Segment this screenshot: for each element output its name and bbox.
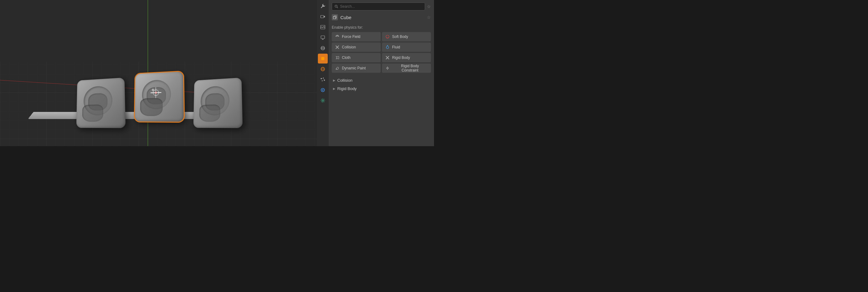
rigid-body-constraint-label: Rigid Body Constraint xyxy=(392,64,428,72)
fluid-label: Fluid xyxy=(392,45,400,49)
svg-rect-7 xyxy=(321,36,324,38)
svg-rect-13 xyxy=(321,57,324,60)
sidebar-icon-particles[interactable] xyxy=(318,85,328,95)
cube-left-mesh xyxy=(76,78,125,128)
sidebar-icon-output[interactable] xyxy=(318,33,328,42)
svg-rect-28 xyxy=(333,17,336,19)
cubes-area xyxy=(6,78,311,128)
svg-point-20 xyxy=(322,81,323,81)
svg-point-25 xyxy=(322,100,324,101)
cube-left xyxy=(75,78,125,128)
dynamic-paint-icon xyxy=(335,66,340,70)
soft-body-button[interactable]: Soft Body xyxy=(382,32,431,41)
rigid-body-section-label: Rigid Body xyxy=(337,86,357,91)
soft-body-label: Soft Body xyxy=(392,34,408,39)
collision-section-label: Collision xyxy=(337,78,352,83)
collision-label: Collision xyxy=(342,45,356,49)
svg-point-26 xyxy=(335,5,337,7)
object-pin-icon[interactable]: ☆ xyxy=(427,15,431,20)
panel-header: Search... ☆ xyxy=(332,2,431,10)
object-type-icon xyxy=(332,14,338,20)
svg-rect-5 xyxy=(321,16,324,18)
svg-point-24 xyxy=(322,89,323,91)
collision-section: ▶ Collision xyxy=(332,77,431,84)
right-panel: Search... ☆ Cube ☆ Enable physics for: xyxy=(317,0,434,146)
dynamic-paint-label: Dynamic Paint xyxy=(342,66,366,70)
sidebar-icons xyxy=(317,0,329,146)
sidebar-icon-viewlayer[interactable] xyxy=(318,43,328,53)
rigid-body-button[interactable]: Rigid Body xyxy=(382,53,431,62)
viewport-3d[interactable] xyxy=(0,0,317,146)
search-icon xyxy=(335,5,338,8)
cube-right-mesh xyxy=(193,78,242,128)
object-name: Cube xyxy=(340,15,351,20)
sidebar-icon-render[interactable] xyxy=(318,22,328,32)
search-bar[interactable]: Search... xyxy=(332,2,425,10)
cloth-icon xyxy=(335,55,340,60)
rigid-body-icon xyxy=(385,55,390,60)
sidebar-icon-world[interactable] xyxy=(318,64,328,74)
rigid-body-section-header[interactable]: ▶ Rigid Body xyxy=(332,85,431,92)
cloth-label: Cloth xyxy=(342,56,350,60)
rigid-body-constraint-button[interactable]: Rigid Body Constraint xyxy=(382,63,431,73)
cube-right-deco xyxy=(193,78,242,128)
cube-right xyxy=(192,78,242,128)
sidebar-icon-scene[interactable] xyxy=(318,12,328,22)
force-field-button[interactable]: Force Field xyxy=(332,32,381,41)
soft-body-icon xyxy=(385,34,390,39)
collision-collapse-arrow: ▶ xyxy=(333,79,335,82)
fluid-button[interactable]: Fluid xyxy=(382,42,431,52)
force-field-label: Force Field xyxy=(342,34,361,39)
search-placeholder: Search... xyxy=(340,4,355,9)
sidebar-icon-object[interactable] xyxy=(318,75,328,85)
collision-icon xyxy=(335,45,340,50)
collision-section-header[interactable]: ▶ Collision xyxy=(332,77,431,84)
sidebar-icon-scene-props[interactable] xyxy=(318,54,328,63)
cube-middle[interactable] xyxy=(134,78,183,128)
force-field-icon xyxy=(335,34,340,39)
sidebar-icon-physics[interactable] xyxy=(318,95,328,106)
rigid-body-section: ▶ Rigid Body xyxy=(332,85,431,92)
dynamic-paint-button[interactable]: Dynamic Paint xyxy=(332,63,381,73)
physics-buttons-grid: Force Field Soft Body xyxy=(332,32,431,73)
svg-rect-37 xyxy=(387,67,388,69)
fluid-icon xyxy=(385,45,390,50)
enable-physics-label: Enable physics for: xyxy=(332,25,431,30)
sidebar-icon-tools[interactable] xyxy=(318,1,328,11)
svg-point-36 xyxy=(336,69,337,70)
collision-button[interactable]: Collision xyxy=(332,42,381,52)
transform-crosshair xyxy=(153,89,159,95)
rigid-body-label: Rigid Body xyxy=(392,56,410,60)
panel-pin-icon[interactable]: ☆ xyxy=(427,4,431,9)
rigid-body-constraint-icon xyxy=(385,66,390,70)
cube-left-deco xyxy=(76,78,125,128)
mesh-cube-icon xyxy=(333,15,337,20)
object-title-row: Cube ☆ xyxy=(332,13,431,22)
cube-middle-mesh xyxy=(134,71,184,122)
rigid-body-collapse-arrow: ▶ xyxy=(333,87,335,90)
properties-panel: Search... ☆ Cube ☆ Enable physics for: xyxy=(329,0,434,146)
svg-line-27 xyxy=(337,7,338,8)
cloth-button[interactable]: Cloth xyxy=(332,53,381,62)
